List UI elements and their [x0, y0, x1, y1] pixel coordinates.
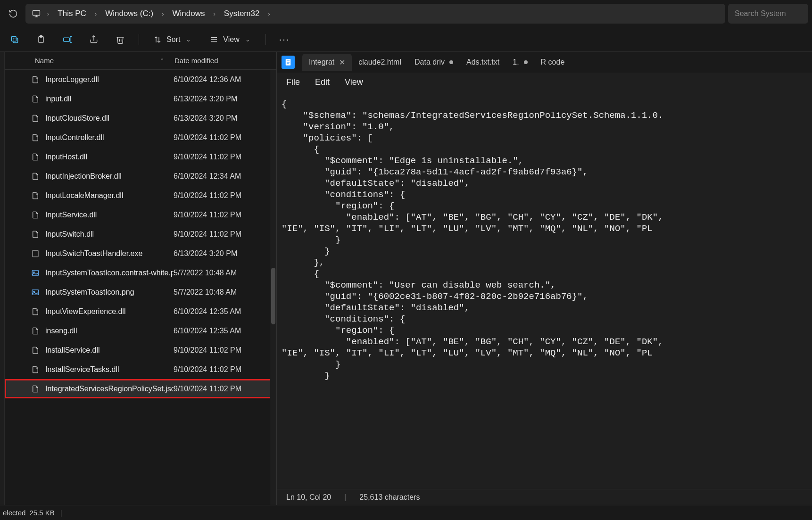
notepad-app-icon: [282, 56, 295, 69]
chevron-down-icon: ⌄: [184, 36, 193, 43]
col-date-label[interactable]: Date modified: [174, 57, 276, 65]
file-row[interactable]: InstallServiceTasks.dll9/10/2024 11:02 P…: [5, 360, 276, 379]
file-date: 9/10/2024 11:02 PM: [174, 133, 276, 142]
file-name: InputSwitchToastHandler.exe: [45, 249, 174, 258]
editor-tab[interactable]: claude2.html: [352, 54, 408, 71]
file-row[interactable]: inseng.dll6/10/2024 12:35 AM: [5, 321, 276, 340]
rename-button[interactable]: [59, 33, 75, 47]
file-name: InputSystemToastIcon.png: [45, 288, 174, 297]
file-row[interactable]: input.dll6/13/2024 3:20 PM: [5, 89, 276, 108]
file-row[interactable]: InprocLogger.dll6/10/2024 12:36 AM: [5, 70, 276, 89]
svg-rect-20: [32, 289, 39, 295]
file-row[interactable]: InputSystemToastIcon.png5/7/2022 10:48 A…: [5, 282, 276, 302]
delete-button[interactable]: [112, 33, 128, 47]
file-date: 9/10/2024 11:02 PM: [174, 153, 276, 161]
file-icon: [30, 132, 41, 143]
cursor-position: Ln 10, Col 20: [286, 493, 331, 502]
tab-label: R code: [541, 58, 565, 66]
tab-label: Integrat: [309, 58, 334, 66]
file-date: 6/10/2024 12:36 AM: [174, 75, 276, 84]
file-icon: [30, 345, 41, 355]
view-label: View: [223, 35, 239, 44]
file-name: InputLocaleManager.dll: [45, 191, 174, 200]
char-count: 25,613 characters: [359, 493, 420, 502]
file-icon: [30, 113, 41, 124]
crumb-this-pc[interactable]: This PC: [53, 6, 91, 21]
file-row[interactable]: InputLocaleManager.dll9/10/2024 11:02 PM: [5, 186, 276, 205]
copy-icon: [9, 34, 20, 45]
svg-rect-18: [32, 270, 39, 275]
file-date: 6/10/2024 12:35 AM: [174, 327, 276, 335]
unsaved-dot-icon: [524, 60, 528, 64]
menu-edit[interactable]: Edit: [315, 77, 330, 87]
tab-label: Data driv: [414, 58, 445, 66]
file-icon: [30, 287, 41, 297]
crumb-system32[interactable]: System32: [219, 6, 265, 21]
paste-icon: [36, 34, 46, 45]
file-date: 9/10/2024 11:02 PM: [174, 230, 276, 239]
file-row[interactable]: InputSwitch.dll9/10/2024 11:02 PM: [5, 224, 276, 244]
file-row[interactable]: InputService.dll9/10/2024 11:02 PM: [5, 205, 276, 224]
tab-label: 1.: [513, 58, 519, 66]
copy-button[interactable]: [7, 33, 23, 47]
file-date: 9/10/2024 11:02 PM: [174, 191, 276, 200]
editor-tab[interactable]: Data driv: [408, 54, 460, 71]
file-icon: [30, 152, 41, 162]
sort-asc-icon: ⌃: [160, 58, 164, 64]
sort-button[interactable]: Sort ⌄: [149, 33, 196, 47]
tab-label: Ads.txt.txt: [466, 58, 499, 66]
file-row[interactable]: IntegratedServicesRegionPolicySet.json9/…: [5, 379, 276, 398]
file-name: InstallServiceTasks.dll: [45, 365, 174, 374]
svg-rect-3: [13, 38, 18, 42]
file-icon: [30, 171, 41, 182]
more-button[interactable]: ···: [276, 32, 293, 47]
file-icon: [30, 326, 41, 336]
crumb-drive[interactable]: Windows (C:): [100, 6, 158, 21]
more-icon: ···: [279, 34, 290, 45]
editor-tab[interactable]: Ads.txt.txt: [460, 54, 506, 71]
rename-icon: [62, 34, 73, 45]
share-icon: [89, 34, 99, 45]
scrollbar[interactable]: [270, 70, 276, 505]
scrollbar-thumb[interactable]: [271, 268, 275, 324]
file-row[interactable]: InputController.dll9/10/2024 11:02 PM: [5, 128, 276, 147]
search-input[interactable]: Search System: [728, 4, 808, 24]
file-row[interactable]: InputSwitchToastHandler.exe6/13/2024 3:2…: [5, 244, 276, 263]
close-icon[interactable]: ✕: [339, 58, 345, 67]
chevron-right-icon: ›: [45, 10, 51, 17]
status-selected: elected: [3, 509, 25, 517]
file-name: InputService.dll: [45, 211, 174, 219]
editor-tab[interactable]: R code: [534, 54, 572, 71]
menu-file[interactable]: File: [286, 77, 300, 87]
file-row[interactable]: InputHost.dll9/10/2024 11:02 PM: [5, 147, 276, 166]
file-date: 9/10/2024 11:02 PM: [174, 211, 276, 219]
column-header[interactable]: Name ⌃ Date modified: [5, 52, 276, 70]
file-icon: [30, 74, 41, 85]
nav-tree-strip[interactable]: [0, 52, 5, 505]
file-icon: [30, 229, 41, 239]
file-name: InputSwitch.dll: [45, 230, 174, 239]
file-date: 6/10/2024 12:35 AM: [174, 307, 276, 316]
share-button[interactable]: [86, 33, 102, 47]
file-row[interactable]: InstallService.dll9/10/2024 11:02 PM: [5, 340, 276, 360]
file-row[interactable]: InputSystemToastIcon.contrast-white.png5…: [5, 263, 276, 282]
file-row[interactable]: InputCloudStore.dll6/13/2024 3:20 PM: [5, 108, 276, 128]
svg-rect-0: [33, 10, 40, 15]
paste-button[interactable]: [33, 33, 49, 47]
file-row[interactable]: InputInjectionBroker.dll6/10/2024 12:34 …: [5, 166, 276, 186]
breadcrumb[interactable]: › This PC › Windows (C:) › Windows › Sys…: [25, 4, 725, 24]
editor-content[interactable]: { "$schema": "schemas/IntegratedServices…: [277, 92, 812, 489]
file-icon: [30, 268, 41, 278]
col-name-label[interactable]: Name: [35, 57, 54, 65]
file-row[interactable]: InputViewExperience.dll6/10/2024 12:35 A…: [5, 302, 276, 321]
refresh-button[interactable]: [4, 4, 23, 23]
menu-view[interactable]: View: [345, 77, 363, 87]
chevron-down-icon: ⌄: [243, 36, 252, 43]
sort-icon: [152, 34, 163, 45]
chevron-right-icon: ›: [160, 10, 166, 17]
editor-tab[interactable]: Integrat✕: [302, 54, 352, 71]
crumb-windows[interactable]: Windows: [168, 6, 210, 21]
editor-tab[interactable]: 1.: [506, 54, 534, 71]
file-icon: [30, 248, 41, 259]
view-button[interactable]: View ⌄: [206, 33, 255, 47]
